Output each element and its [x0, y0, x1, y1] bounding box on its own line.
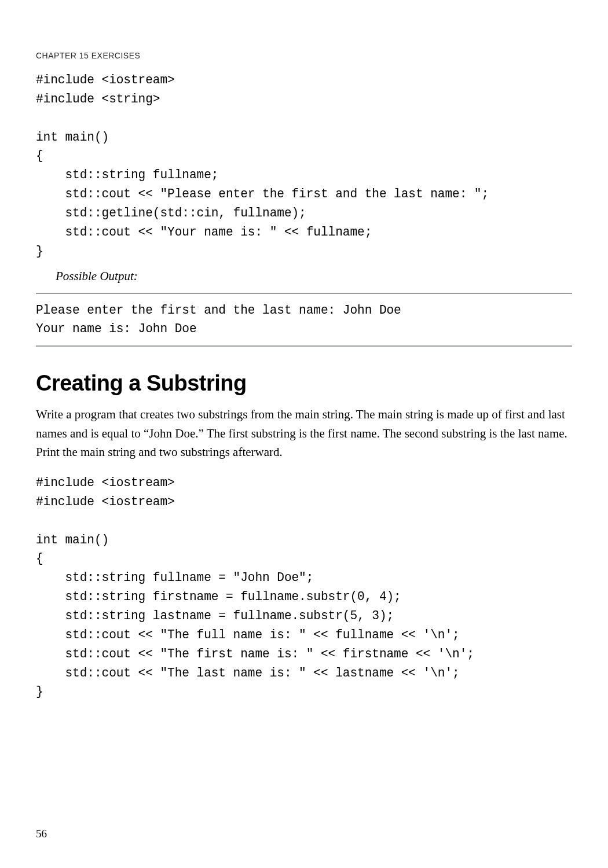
- section-paragraph: Write a program that creates two substri…: [36, 405, 572, 462]
- console-output-1: Please enter the first and the last name…: [36, 297, 572, 343]
- section-heading-substring: Creating a Substring: [36, 371, 572, 396]
- possible-output-label: Possible Output:: [56, 269, 572, 284]
- code-block-1: #include <iostream> #include <string> in…: [36, 71, 572, 261]
- output-rule-bottom: [36, 345, 572, 347]
- code-block-2: #include <iostream> #include <iostream> …: [36, 473, 572, 701]
- running-head: CHAPTER 15 EXERCISES: [36, 51, 572, 60]
- output-rule-top: [36, 293, 572, 294]
- page-number: 56: [36, 827, 47, 840]
